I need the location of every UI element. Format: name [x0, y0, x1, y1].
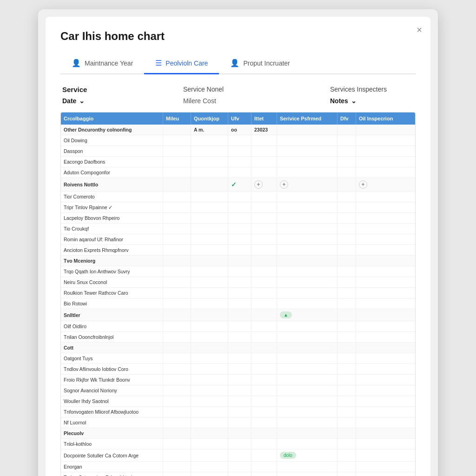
cell-27-7 — [356, 417, 398, 428]
cell-26-2 — [191, 407, 228, 417]
service-header: Service — [62, 86, 155, 93]
cell-3-6 — [337, 157, 356, 167]
cell-26-5 — [277, 407, 337, 417]
cell-10-0: Romin aqarouf Uf: Rhafinor — [61, 234, 163, 245]
cell-9-0: Tio Croukqf — [61, 224, 163, 234]
cell-22-2 — [191, 364, 228, 374]
cell-16-5 — [277, 298, 337, 309]
cell-3-1 — [163, 157, 191, 167]
table-row: Tio Croukqf — [61, 224, 415, 234]
cell-16-0: Bio Rotowi — [61, 298, 163, 309]
cell-9-2 — [191, 224, 228, 234]
cell-14-4 — [251, 277, 277, 287]
cell-8-5 — [277, 213, 337, 223]
cell-30-5: dolo — [277, 450, 337, 461]
cell-4-6 — [337, 167, 356, 178]
table-row: Tvo Mceniorg — [61, 256, 415, 266]
cell-22-1 — [163, 364, 191, 374]
cell-22-7 — [356, 364, 398, 374]
table-row: Tnilan Oooncfroibnlnjol — [61, 332, 415, 343]
cell-28-3 — [228, 428, 251, 438]
cell-11-7 — [356, 245, 398, 255]
cell-21-2 — [191, 353, 228, 364]
cell-19-6 — [337, 332, 356, 342]
table-row: Oatgont Tuys — [61, 353, 415, 364]
tab-product[interactable]: 👤 Proput Incruater — [219, 54, 301, 74]
cell-4-5 — [277, 167, 337, 178]
col-header-1: Mileu — [163, 112, 191, 125]
table-row: Plecuolv — [61, 428, 415, 439]
cell-7-5 — [277, 202, 337, 212]
cell-22-5 — [277, 364, 337, 374]
cell-25-5 — [277, 396, 337, 406]
cell-11-1 — [163, 245, 191, 255]
cell-1-1 — [163, 135, 191, 145]
cell-1-6 — [337, 135, 356, 145]
cell-4-2 — [191, 167, 228, 178]
cell-7-3 — [228, 202, 251, 212]
cell-6-3 — [228, 192, 251, 202]
cell-13-4 — [251, 266, 277, 277]
cell-31-2 — [191, 462, 228, 472]
cell-22-0: Tndlov Aflinvoulo Iobtiov Coro — [61, 364, 163, 374]
cell-28-6 — [337, 428, 356, 438]
cell-0-1 — [163, 125, 191, 135]
cell-29-4 — [251, 439, 277, 449]
cell-1-5 — [277, 135, 337, 145]
tab-maintenance[interactable]: 👤 Maintnance Year — [60, 54, 144, 74]
cell-2-6 — [337, 146, 356, 156]
tabs-container: 👤 Maintnance Year ☰ Peolvioln Care 👤 Pro… — [60, 54, 416, 74]
cell-5-4: + — [251, 178, 277, 191]
notes-filter[interactable]: Notes ⌄ — [330, 97, 414, 105]
cell-10-4 — [251, 234, 277, 245]
miles-cost-label: Milere Cost — [155, 97, 330, 105]
cell-18-2 — [191, 321, 228, 331]
tab-prevention-label: Peolvioln Care — [165, 60, 208, 67]
cell-25-3 — [228, 396, 251, 406]
cell-19-4 — [251, 332, 277, 342]
cell-12-3 — [228, 256, 251, 266]
cell-27-1 — [163, 417, 191, 428]
cell-3-4 — [251, 157, 277, 167]
cell-10-3 — [228, 234, 251, 245]
cell-20-7 — [356, 343, 398, 353]
cell-20-1 — [163, 343, 191, 353]
cell-11-4 — [251, 245, 277, 255]
cell-32-6 — [337, 472, 356, 476]
cell-14-6 — [337, 277, 356, 287]
cell-8-0: Lacpeloy Bbovon Rhpeiro — [61, 213, 163, 223]
table-row: Tripr Tinlov Rpainne ✓ — [61, 202, 415, 213]
cell-13-6 — [337, 266, 356, 277]
cell-9-6 — [337, 224, 356, 234]
cell-29-0: Tnlol-kothloo — [61, 439, 163, 449]
modal: × Car Ihis home chart 👤 Maintnance Year … — [46, 17, 430, 476]
cell-11-3 — [228, 245, 251, 255]
table-row: Nf Luornol — [61, 417, 415, 428]
cell-19-7 — [356, 332, 398, 342]
cell-25-4 — [251, 396, 277, 406]
table-body: Other Dncuronthy colnonfingA m.oo23023Oi… — [61, 125, 415, 476]
cell-17-6 — [337, 309, 356, 321]
table-row: Roulkion Tewer Rathcov Caro — [61, 288, 415, 298]
cell-21-3 — [228, 353, 251, 364]
cell-24-1 — [163, 385, 191, 396]
cell-4-4 — [251, 167, 277, 178]
cell-4-7 — [356, 167, 398, 178]
cell-29-7 — [356, 439, 398, 449]
cell-32-5 — [277, 472, 337, 476]
cell-30-3 — [228, 450, 251, 461]
cell-6-2 — [191, 192, 228, 202]
cell-16-6 — [337, 298, 356, 309]
date-filter[interactable]: Date ⌄ — [62, 97, 155, 105]
table-row: Snlltler▲ — [61, 309, 415, 321]
cell-19-2 — [191, 332, 228, 342]
cell-18-5 — [277, 321, 337, 331]
tab-maintenance-label: Maintnance Year — [85, 60, 133, 67]
close-button[interactable]: × — [416, 25, 422, 34]
tab-prevention[interactable]: ☰ Peolvioln Care — [144, 54, 219, 74]
col-header-4: Ittet — [251, 112, 277, 125]
cell-30-6 — [337, 450, 356, 461]
cell-28-0: Plecuolv — [61, 428, 163, 438]
cell-1-4 — [251, 135, 277, 145]
cell-8-6 — [337, 213, 356, 223]
